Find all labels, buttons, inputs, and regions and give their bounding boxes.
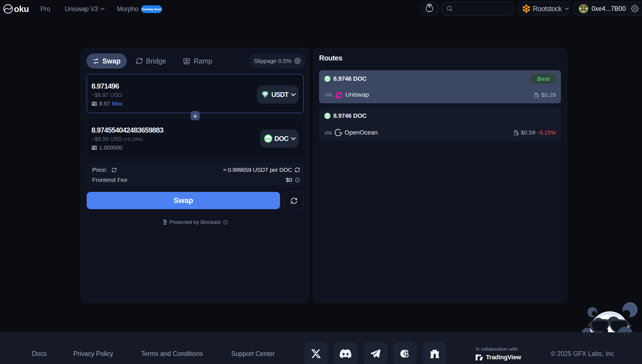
svg-text:DoC: DoC [325,115,330,117]
svg-text:DoC: DoC [265,137,271,140]
svg-text:DoC: DoC [325,78,330,80]
